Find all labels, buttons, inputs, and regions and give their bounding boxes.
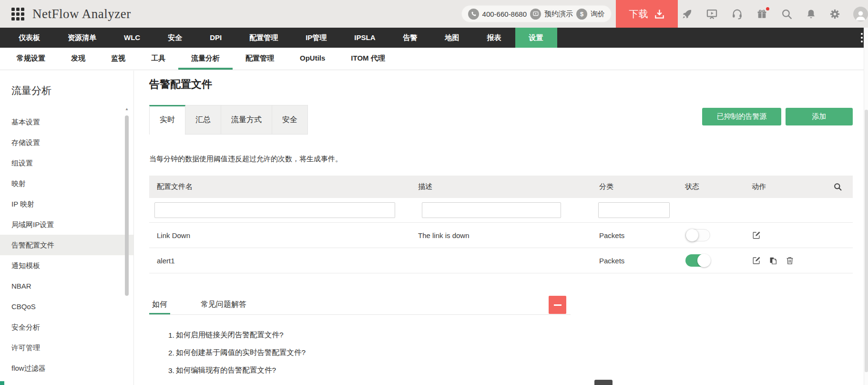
sidebar-item-nbar[interactable]: NBAR [0,276,133,296]
faq-item: 3. 如何编辑现有的告警配置文件? [149,362,571,379]
row-actions [744,231,816,239]
table-row: Link Down The link is down Packets [149,223,853,248]
tab-realtime[interactable]: 实时 [149,105,185,135]
filter-category-input[interactable] [598,202,670,218]
subnav-general-settings[interactable]: 常规设置 [4,48,58,70]
download-icon [654,9,665,20]
nav-item-ipsla[interactable]: IPSLA [340,28,389,48]
sidebar-item-notification-templates[interactable]: 通知模板 [0,255,133,276]
tab-summary[interactable]: 汇总 [185,105,221,135]
faq-item: 1. 如何启用链接关闭告警配置文件? [149,326,571,344]
subnav-monitoring[interactable]: 监视 [98,48,138,70]
copy-icon[interactable] [769,256,777,265]
sidebar-item-ip-mapping[interactable]: IP 映射 [0,194,133,214]
subnav-tools[interactable]: 工具 [138,48,178,70]
floating-widget-edge [594,380,613,385]
table-header: 配置文件名 描述 分类 状态 动作 [149,176,853,198]
presentation-icon[interactable] [705,8,718,21]
topbar: NetFlow Analyzer 400-660-8680 预约演示 $ 询价 … [0,0,868,28]
gift-badge [766,7,769,10]
sidebar-item-storage-settings[interactable]: 存储设置 [0,132,133,153]
table-search-icon[interactable] [816,182,853,191]
settings-subnav: 常规设置 发现 监视 工具 流量分析 配置管理 OpUtils ITOM 代理 [0,48,868,70]
download-button[interactable]: 下载 [616,0,678,28]
sidebar-item-security-analysis[interactable]: 安全分析 [0,317,133,337]
profile-description: The link is down [410,231,592,239]
help-tab-faq[interactable]: 常见问题解答 [198,296,249,314]
sidebar-item-alert-profiles[interactable]: 告警配置文件 [0,235,133,255]
status-toggle-on[interactable] [685,254,710,267]
sidebar-scrollbar[interactable] [125,115,129,296]
profile-category: Packets [592,231,677,239]
subnav-traffic-analysis[interactable]: 流量分析 [178,48,233,70]
sidebar-item-cbqos[interactable]: CBQoS [0,296,133,317]
nav-item-alarms[interactable]: 告警 [389,28,431,48]
col-description: 描述 [410,182,592,191]
col-category: 分类 [592,182,677,191]
avatar[interactable] [853,7,868,21]
sidebar-item-flow-filter[interactable]: flow过滤器 [0,358,133,378]
sidebar-title: 流量分析 [11,84,133,97]
sidebar-scroll-up-icon[interactable]: ▲ [124,107,129,111]
add-button[interactable]: 添加 [786,108,853,125]
sidebar-item-license[interactable]: 许可管理 [0,337,133,358]
corner-widget-edge [0,381,4,385]
faq-list: 1. 如何启用链接关闭告警配置文件? 2. 如何创建基于阈值的实时告警配置文件?… [149,326,571,379]
phone-number: 400-660-8680 [482,10,527,18]
price-link[interactable]: 询价 [591,10,605,19]
faq-link[interactable]: 如何编辑现有的告警配置文件? [176,365,276,375]
sidebar-list: 基本设置 存储设置 组设置 映射 IP 映射 局域网IP设置 告警配置文件 通知… [0,112,133,378]
faq-link[interactable]: 如何创建基于阈值的实时告警配置文件? [176,348,306,358]
search-icon[interactable] [781,8,793,20]
topbar-icon-row [682,0,868,28]
tab-traffic-pattern[interactable]: 流量方式 [221,105,272,135]
nav-item-maps[interactable]: 地图 [431,28,473,48]
edit-icon[interactable] [752,256,761,265]
nav-item-inventory[interactable]: 资源清单 [54,28,110,48]
subnav-oputils[interactable]: OpUtils [287,48,338,70]
nav-item-dpi[interactable]: DPI [196,28,235,48]
filter-profile-name-input[interactable] [154,202,395,218]
sidebar-item-mapping[interactable]: 映射 [0,173,133,194]
table-filter-row [149,198,853,223]
profile-name: alert1 [149,257,410,265]
subnav-config-mgmt[interactable]: 配置管理 [233,48,287,70]
help-tab-howto[interactable]: 如何 [149,296,170,314]
col-action: 动作 [744,182,816,191]
threshold-description: 当每分钟的数据使用阈值违反超过允许的次数，将生成事件。 [149,155,342,164]
nav-item-config[interactable]: 配置管理 [235,28,292,48]
faq-link[interactable]: 如何启用链接关闭告警配置文件? [176,330,284,340]
gear-icon[interactable] [829,9,840,20]
nav-item-wlc[interactable]: WLC [110,28,154,48]
headset-icon[interactable] [731,8,743,20]
faq-number: 1. [168,331,174,340]
sidebar-item-lan-ip[interactable]: 局域网IP设置 [0,214,133,235]
page-scrollbar-track[interactable] [864,28,868,385]
nav-item-security[interactable]: 安全 [154,28,196,48]
apps-grid-icon[interactable] [11,8,24,21]
collapse-help-button[interactable] [549,296,566,314]
tab-security[interactable]: 安全 [272,105,308,135]
nav-item-settings[interactable]: 设置 [515,28,557,48]
status-toggle-off[interactable] [685,229,710,241]
suppressed-alert-sources-button[interactable]: 已抑制的告警源 [702,108,781,125]
subnav-discovery[interactable]: 发现 [58,48,98,70]
subnav-itom-agent[interactable]: ITOM 代理 [338,48,398,70]
row-actions [744,256,816,265]
demo-link[interactable]: 预约演示 [544,10,573,19]
nav-item-dashboard[interactable]: 仪表板 [5,28,54,48]
gift-icon[interactable] [756,8,768,20]
sidebar-item-basic-settings[interactable]: 基本设置 [0,112,133,132]
edit-icon[interactable] [752,231,761,239]
alert-profile-table: 配置文件名 描述 分类 状态 动作 Link Down The link is … [149,176,853,273]
rocket-icon[interactable] [682,9,693,20]
nav-item-ipam[interactable]: IP管理 [292,28,340,48]
main-nav: 仪表板 资源清单 WLC 安全 DPI 配置管理 IP管理 IPSLA 告警 地… [0,28,868,48]
page-scrollbar-thumb[interactable] [865,110,868,372]
profile-name: Link Down [149,231,410,239]
nav-item-reports[interactable]: 报表 [473,28,515,48]
filter-description-input[interactable] [422,202,561,218]
sidebar-item-group-settings[interactable]: 组设置 [0,153,133,173]
bell-icon[interactable] [806,9,817,20]
delete-icon[interactable] [786,256,794,265]
